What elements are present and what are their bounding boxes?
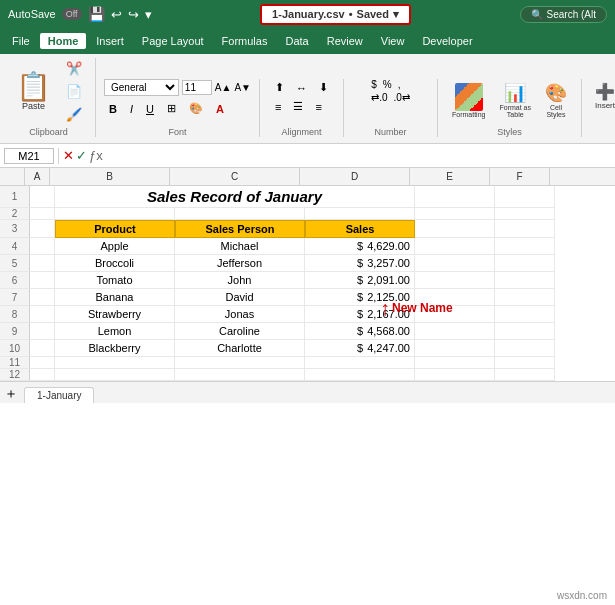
cell-a6[interactable] xyxy=(30,272,55,289)
header-sales[interactable]: Sales xyxy=(305,220,415,238)
cell-ref-input[interactable] xyxy=(4,148,54,164)
cell-e4[interactable] xyxy=(415,238,495,255)
col-header-d[interactable]: D xyxy=(300,168,410,185)
cell-a2[interactable] xyxy=(30,208,55,220)
menu-developer[interactable]: Developer xyxy=(414,33,480,49)
sheet-tab-jan[interactable]: 1-January xyxy=(24,387,94,403)
percent-btn[interactable]: % xyxy=(381,79,394,90)
insert-function-btn[interactable]: ƒx xyxy=(89,148,103,163)
confirm-formula-btn[interactable]: ✓ xyxy=(76,148,87,163)
cell-f10[interactable] xyxy=(495,340,555,357)
header-sales-person[interactable]: Sales Person xyxy=(175,220,305,238)
font-name-select[interactable]: General Calibri Arial xyxy=(104,79,179,96)
cell-e11[interactable] xyxy=(415,357,495,369)
cell-e2[interactable] xyxy=(415,208,495,220)
cell-f9[interactable] xyxy=(495,323,555,340)
add-sheet-btn[interactable]: ＋ xyxy=(4,385,18,403)
increase-font-btn[interactable]: A▲ xyxy=(215,82,232,93)
cell-product-4[interactable]: Apple xyxy=(55,238,175,255)
menu-formulas[interactable]: Formulas xyxy=(214,33,276,49)
cell-a5[interactable] xyxy=(30,255,55,272)
insert-btn[interactable]: ➕ Insert xyxy=(590,79,615,113)
paste-btn[interactable]: 📋 Paste xyxy=(10,71,57,113)
cell-f11[interactable] xyxy=(495,357,555,369)
cell-f4[interactable] xyxy=(495,238,555,255)
cell-a9[interactable] xyxy=(30,323,55,340)
decrease-font-btn[interactable]: A▼ xyxy=(234,82,251,93)
cell-product-8[interactable]: Strawberry xyxy=(55,306,175,323)
menu-home[interactable]: Home xyxy=(40,33,87,49)
increase-decimal-btn[interactable]: ⇄.0 xyxy=(369,92,389,103)
bold-btn[interactable]: B xyxy=(104,101,122,117)
align-middle-btn[interactable]: ↔ xyxy=(291,79,312,96)
cell-d2[interactable] xyxy=(305,208,415,220)
cell-f2[interactable] xyxy=(495,208,555,220)
cell-c2[interactable] xyxy=(175,208,305,220)
cell-sales-10[interactable]: $ 4,247.00 xyxy=(305,340,415,357)
cell-a10[interactable] xyxy=(30,340,55,357)
cell-product-5[interactable]: Broccoli xyxy=(55,255,175,272)
save-icon[interactable]: 💾 xyxy=(88,6,105,22)
formula-input[interactable] xyxy=(107,150,611,162)
font-color-btn[interactable]: A xyxy=(211,101,229,117)
cell-product-7[interactable]: Banana xyxy=(55,289,175,306)
cut-btn[interactable]: ✂️ xyxy=(61,58,87,79)
undo-btn[interactable]: ↩ xyxy=(111,7,122,22)
cell-e3[interactable] xyxy=(415,220,495,238)
cell-e10[interactable] xyxy=(415,340,495,357)
menu-insert[interactable]: Insert xyxy=(88,33,132,49)
format-as-table-btn[interactable]: 📊 Format asTable xyxy=(494,79,536,121)
italic-btn[interactable]: I xyxy=(125,101,138,117)
cell-a12[interactable] xyxy=(30,369,55,381)
cell-salesperson-5[interactable]: Jefferson xyxy=(175,255,305,272)
cell-c12[interactable] xyxy=(175,369,305,381)
align-left-btn[interactable]: ≡ xyxy=(270,98,286,115)
col-header-c[interactable]: C xyxy=(170,168,300,185)
cell-a1[interactable] xyxy=(30,186,55,208)
col-header-a[interactable]: A xyxy=(25,168,50,185)
cell-e6[interactable] xyxy=(415,272,495,289)
fill-color-btn[interactable]: 🎨 xyxy=(184,100,208,117)
cell-a4[interactable] xyxy=(30,238,55,255)
more-commands-btn[interactable]: ▾ xyxy=(145,7,152,22)
menu-review[interactable]: Review xyxy=(319,33,371,49)
cell-e7[interactable] xyxy=(415,289,495,306)
cell-b11[interactable] xyxy=(55,357,175,369)
cell-b12[interactable] xyxy=(55,369,175,381)
cell-c11[interactable] xyxy=(175,357,305,369)
cell-a7[interactable] xyxy=(30,289,55,306)
cell-salesperson-8[interactable]: Jonas xyxy=(175,306,305,323)
cancel-formula-btn[interactable]: ✕ xyxy=(63,148,74,163)
cell-sales-5[interactable]: $ 3,257.00 xyxy=(305,255,415,272)
align-top-btn[interactable]: ⬆ xyxy=(270,79,289,96)
cell-d12[interactable] xyxy=(305,369,415,381)
decrease-decimal-btn[interactable]: .0⇄ xyxy=(392,92,412,103)
format-painter-btn[interactable]: 🖌️ xyxy=(61,104,87,125)
underline-btn[interactable]: U xyxy=(141,101,159,117)
cell-f6[interactable] xyxy=(495,272,555,289)
font-size-input[interactable] xyxy=(182,80,212,95)
cell-salesperson-4[interactable]: Michael xyxy=(175,238,305,255)
header-product[interactable]: Product xyxy=(55,220,175,238)
cell-f12[interactable] xyxy=(495,369,555,381)
cell-sales-9[interactable]: $ 4,568.00 xyxy=(305,323,415,340)
cell-salesperson-10[interactable]: Charlotte xyxy=(175,340,305,357)
cell-a11[interactable] xyxy=(30,357,55,369)
col-header-f[interactable]: F xyxy=(490,168,550,185)
currency-btn[interactable]: $ xyxy=(369,79,379,90)
copy-btn[interactable]: 📄 xyxy=(61,81,87,102)
cell-f3[interactable] xyxy=(495,220,555,238)
cell-salesperson-6[interactable]: John xyxy=(175,272,305,289)
menu-view[interactable]: View xyxy=(373,33,413,49)
conditional-formatting-btn[interactable]: Formatting xyxy=(447,80,490,121)
col-header-e[interactable]: E xyxy=(410,168,490,185)
cell-a3[interactable] xyxy=(30,220,55,238)
col-header-b[interactable]: B xyxy=(50,168,170,185)
redo-btn[interactable]: ↪ xyxy=(128,7,139,22)
cell-f8[interactable] xyxy=(495,306,555,323)
comma-btn[interactable]: , xyxy=(396,79,403,90)
cell-product-10[interactable]: Blackberry xyxy=(55,340,175,357)
cell-e9[interactable] xyxy=(415,323,495,340)
cell-f5[interactable] xyxy=(495,255,555,272)
cell-sales-6[interactable]: $ 2,091.00 xyxy=(305,272,415,289)
